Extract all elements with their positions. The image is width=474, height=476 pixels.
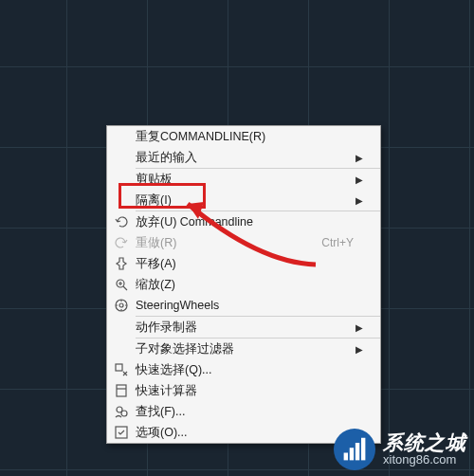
menu-item-actionrec[interactable]: 动作录制器▶	[107, 317, 380, 338]
find-icon	[107, 401, 136, 422]
menu-item-clipboard[interactable]: 剪贴板▶	[107, 169, 380, 190]
menu-item-zoom[interactable]: 缩放(Z)	[107, 274, 380, 295]
menu-item-abandon[interactable]: 放弃(U) Commandline	[107, 211, 380, 232]
svg-rect-7	[116, 427, 127, 438]
menu-shortcut-redo: Ctrl+Y	[321, 236, 354, 249]
menu-label-options: 选项(O)...	[136, 425, 354, 441]
svg-rect-10	[350, 448, 354, 460]
menu-item-redo: 重做(R)Ctrl+Y	[107, 232, 380, 253]
menu-label-isolate: 隔离(I)	[136, 192, 354, 209]
check-icon	[107, 422, 136, 443]
menu-label-redo: 重做(R)	[136, 235, 321, 251]
svg-rect-4	[117, 385, 126, 396]
svg-rect-3	[116, 364, 122, 371]
menu-label-recent: 最近的输入	[136, 150, 354, 166]
menu-item-repeat[interactable]: 重复COMMANDLINE(R)	[107, 126, 380, 147]
blank-icon	[107, 169, 136, 190]
submenu-arrow-icon: ▶	[354, 153, 363, 163]
menu-item-find[interactable]: 查找(F)...	[107, 401, 380, 422]
blank-icon	[107, 190, 136, 211]
submenu-arrow-icon: ▶	[354, 344, 363, 355]
menu-item-quicksel[interactable]: 快速选择(Q)...	[107, 359, 380, 380]
menu-label-quicksel: 快速选择(Q)...	[136, 362, 354, 378]
menu-item-steering[interactable]: SteeringWheels	[107, 295, 380, 316]
menu-item-quickcalc[interactable]: 快速计算器	[107, 380, 380, 401]
redo-icon	[107, 232, 136, 253]
svg-point-6	[121, 411, 127, 416]
undo-icon	[107, 211, 136, 232]
svg-point-2	[119, 303, 123, 307]
blank-icon	[107, 147, 136, 168]
context-menu: 重复COMMANDLINE(R)最近的输入▶剪贴板▶隔离(I)▶放弃(U) Co…	[106, 125, 381, 444]
blank-icon	[107, 126, 136, 147]
menu-label-zoom: 缩放(Z)	[136, 277, 354, 293]
quicksel-icon	[107, 359, 136, 380]
wheel-icon	[107, 295, 136, 316]
submenu-arrow-icon: ▶	[354, 174, 363, 185]
submenu-arrow-icon: ▶	[354, 322, 363, 333]
watermark-url: xitong86.com	[383, 453, 466, 467]
submenu-arrow-icon: ▶	[354, 195, 363, 206]
menu-label-subfilter: 子对象选择过滤器	[136, 341, 354, 357]
svg-rect-11	[356, 443, 359, 460]
blank-icon	[107, 317, 136, 338]
watermark-logo-icon	[334, 429, 375, 470]
zoom-icon	[107, 274, 136, 295]
menu-item-recent[interactable]: 最近的输入▶	[107, 147, 380, 168]
menu-label-abandon: 放弃(U) Commandline	[136, 214, 354, 230]
pan-icon	[107, 253, 136, 274]
menu-item-subfilter[interactable]: 子对象选择过滤器▶	[107, 339, 380, 359]
svg-rect-9	[344, 453, 348, 461]
menu-label-find: 查找(F)...	[136, 404, 354, 420]
menu-item-isolate[interactable]: 隔离(I)▶	[107, 190, 380, 211]
menu-label-actionrec: 动作录制器	[136, 320, 354, 336]
svg-rect-12	[361, 438, 365, 461]
menu-item-pan[interactable]: 平移(A)	[107, 253, 380, 274]
blank-icon	[107, 339, 136, 359]
calc-icon	[107, 380, 136, 401]
menu-label-quickcalc: 快速计算器	[136, 383, 354, 399]
menu-label-repeat: 重复COMMANDLINE(R)	[136, 129, 354, 145]
watermark: 系统之城 xitong86.com	[334, 429, 466, 470]
menu-label-steering: SteeringWheels	[136, 299, 354, 312]
menu-label-clipboard: 剪贴板	[136, 172, 354, 188]
menu-label-pan: 平移(A)	[136, 256, 354, 272]
watermark-title: 系统之城	[383, 431, 466, 453]
